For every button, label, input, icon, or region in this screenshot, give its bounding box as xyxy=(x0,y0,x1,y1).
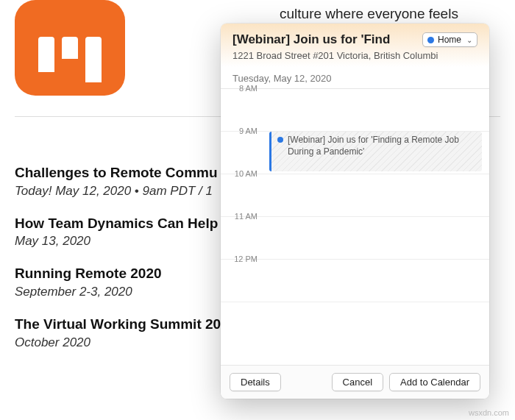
add-to-calendar-button[interactable]: Add to Calendar xyxy=(389,373,480,391)
popover-address: 1221 Broad Street #201 Victoria, British… xyxy=(232,50,477,61)
brand-logo xyxy=(15,0,125,96)
calendar-select-label: Home xyxy=(438,35,461,45)
day-timeline[interactable]: 8 AM 9 AM 10 AM 11 AM 12 PM [Webinar] Jo… xyxy=(221,88,489,365)
event-color-dot xyxy=(277,137,283,143)
hour-label: 10 AM xyxy=(221,169,262,178)
watermark: wsxdn.com xyxy=(469,408,509,417)
calendar-select[interactable]: Home ⌄ xyxy=(422,32,477,47)
timeline-event[interactable]: [Webinar] Join us for 'Finding a Remote … xyxy=(269,132,482,171)
logo-bars xyxy=(38,37,102,96)
hour-label: 8 AM xyxy=(221,84,262,93)
popover-title: [Webinar] Join us for 'Find xyxy=(232,32,416,47)
popover-footer: Details Cancel Add to Calendar xyxy=(221,365,489,399)
timeline-event-label: [Webinar] Join us for 'Finding a Remote … xyxy=(288,135,476,168)
calendar-color-dot xyxy=(427,37,434,43)
body-text-snippet: culture where everyone feels xyxy=(280,4,458,24)
hour-label: 12 PM xyxy=(221,255,262,263)
calendar-event-popover: [Webinar] Join us for 'Find Home ⌄ 1221 … xyxy=(221,24,489,399)
chevron-down-icon: ⌄ xyxy=(466,36,472,44)
details-button[interactable]: Details xyxy=(230,373,281,391)
cancel-button[interactable]: Cancel xyxy=(332,373,383,391)
popover-header: [Webinar] Join us for 'Find Home ⌄ 1221 … xyxy=(221,24,489,67)
hour-label: 11 AM xyxy=(221,212,262,221)
hour-label: 9 AM xyxy=(221,127,262,135)
